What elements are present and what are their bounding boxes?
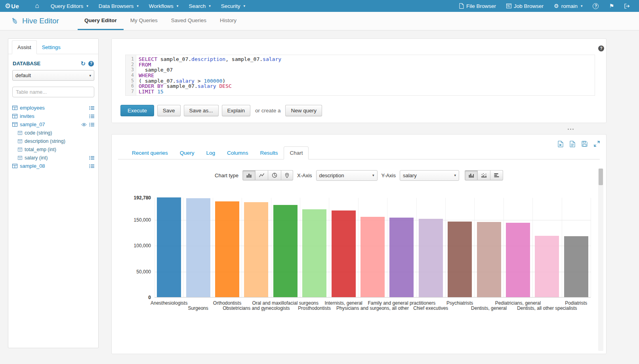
- topnav-menus: Query Editors▾Data Browsers▾Workflows▾Se…: [46, 0, 250, 12]
- help-button[interactable]: ?: [587, 0, 604, 12]
- execute-button[interactable]: Execute: [120, 105, 154, 116]
- refresh-icon[interactable]: ↻: [80, 61, 86, 66]
- bar-internists-general[interactable]: [332, 210, 356, 297]
- tab-saved-queries[interactable]: Saved Queries: [164, 12, 213, 30]
- topnav-menu-workflows[interactable]: Workflows▾: [144, 0, 184, 12]
- bar-prosthodontists[interactable]: [302, 209, 326, 297]
- chevron-down-icon: ▾: [581, 4, 583, 8]
- chart-yaxis: 050,000100,000150,000192,780: [112, 198, 151, 298]
- bar-surgeons[interactable]: [186, 198, 210, 297]
- tab-assist[interactable]: Assist: [12, 40, 37, 54]
- bar-dentists-all-other-specialists[interactable]: [535, 236, 559, 297]
- scrollbar-thumb[interactable]: [599, 169, 603, 185]
- table-menu-icon[interactable]: [89, 164, 94, 168]
- column-item-description-string[interactable]: description (string): [18, 137, 94, 145]
- bar-podiatrists[interactable]: [564, 236, 588, 297]
- bar-dentists-general[interactable]: [477, 222, 501, 297]
- user-menu[interactable]: ⚙ romain ▾: [549, 0, 587, 12]
- results-tab-results[interactable]: Results: [254, 146, 284, 159]
- bar-oral-and-maxillofacial-surgeons[interactable]: [273, 205, 298, 297]
- home-button[interactable]: ⌂: [29, 0, 45, 12]
- code-token: sample_07.: [157, 56, 191, 62]
- database-select[interactable]: default ▾: [12, 70, 94, 81]
- chart-type-line-button[interactable]: [255, 170, 268, 180]
- app-title[interactable]: Hive Editor: [10, 17, 73, 25]
- table-icon: [12, 164, 17, 168]
- pie-chart-icon: [272, 173, 277, 178]
- table-item-sample-08[interactable]: sample_08: [12, 162, 94, 170]
- table-menu-icon[interactable]: [89, 123, 94, 127]
- table-item-invites[interactable]: invites: [12, 112, 94, 120]
- bar-orthodontists[interactable]: [215, 201, 239, 297]
- assist-help-icon[interactable]: ?: [88, 61, 94, 66]
- results-tab-recent-queries[interactable]: Recent queries: [126, 146, 174, 159]
- database-label: DATABASE: [13, 61, 40, 66]
- hue-logo[interactable]: ⚙ Ue: [5, 3, 19, 9]
- bar-chief-executives[interactable]: [419, 219, 443, 297]
- preview-eye-icon[interactable]: [81, 123, 87, 127]
- y-axis-select[interactable]: salary ▾: [400, 170, 459, 181]
- horizontal-bars-button[interactable]: [490, 170, 503, 180]
- topnav-menu-query-editors[interactable]: Query Editors▾: [46, 0, 93, 12]
- column-item-total-emp-int[interactable]: total_emp (int): [18, 145, 94, 154]
- code-token: [154, 89, 157, 95]
- feedback-flag-button[interactable]: ⚑: [604, 0, 619, 12]
- chart-type-label: Chart type: [215, 173, 238, 178]
- table-item-employees[interactable]: employees: [12, 104, 94, 112]
- results-tab-columns[interactable]: Columns: [221, 146, 254, 159]
- bar-obstetricians-and-gynecologists[interactable]: [244, 202, 268, 297]
- x-axis-value: description: [319, 173, 344, 178]
- bar-pediatricians-general[interactable]: [506, 223, 530, 298]
- job-browser-button[interactable]: Job Browser: [501, 0, 549, 12]
- stacked-bars-button[interactable]: [477, 170, 490, 180]
- y-axis-tick: 192,780: [134, 195, 151, 201]
- x-axis-label: Internists, general: [324, 300, 362, 306]
- save-button[interactable]: Save: [157, 105, 181, 116]
- table-menu-icon[interactable]: [89, 106, 94, 110]
- tab-settings[interactable]: Settings: [37, 41, 66, 54]
- bar-family-and-general-practitioners[interactable]: [389, 218, 414, 297]
- tab-history[interactable]: History: [213, 12, 243, 30]
- bar-psychiatrists[interactable]: [448, 222, 472, 297]
- grouped-bars-button[interactable]: [465, 170, 478, 180]
- chart-type-map-button[interactable]: [281, 170, 293, 180]
- tab-my-queries[interactable]: My Queries: [124, 12, 164, 30]
- results-tab-chart[interactable]: Chart: [284, 146, 309, 159]
- menu-label: Security: [221, 3, 240, 9]
- y-axis-tick: 100,000: [134, 243, 151, 248]
- chart-type-bars-button[interactable]: [242, 170, 256, 180]
- grid-line-vertical: [271, 198, 271, 297]
- chevron-down-icon: ▾: [86, 4, 88, 8]
- logout-button[interactable]: [619, 0, 635, 12]
- tab-query-editor[interactable]: Query Editor: [78, 12, 124, 30]
- chart-type-pie-button[interactable]: [268, 170, 281, 180]
- save-as-button[interactable]: Save as...: [184, 105, 219, 116]
- explain-button[interactable]: Explain: [222, 105, 250, 116]
- column-label: total_emp (int): [25, 147, 56, 152]
- bar-anesthesiologists[interactable]: [157, 197, 181, 297]
- chevron-down-icon: ▾: [454, 173, 456, 177]
- table-item-sample-07[interactable]: sample_07: [12, 120, 94, 129]
- topnav-menu-data-browsers[interactable]: Data Browsers▾: [93, 0, 144, 12]
- x-axis-select[interactable]: description ▾: [316, 170, 378, 181]
- results-tab-log[interactable]: Log: [200, 146, 221, 159]
- app-header: Hive Editor Query EditorMy QueriesSaved …: [0, 12, 639, 30]
- new-query-button[interactable]: New query: [285, 105, 322, 116]
- home-icon: ⌂: [35, 2, 39, 10]
- table-menu-icon[interactable]: [89, 114, 94, 118]
- table-search-input[interactable]: [12, 87, 94, 97]
- sql-editor[interactable]: 1234567 SELECT sample_07.description, sa…: [125, 55, 595, 96]
- line-number: 5: [126, 78, 134, 84]
- results-scrollbar[interactable]: [598, 169, 603, 351]
- bar-physicians-and-surgeons-all-other[interactable]: [361, 217, 385, 297]
- results-tab-query[interactable]: Query: [174, 146, 200, 159]
- column-menu-icon[interactable]: [89, 156, 94, 160]
- topnav-menu-search[interactable]: Search▾: [183, 0, 216, 12]
- topnav-menu-security[interactable]: Security▾: [216, 0, 250, 12]
- column-item-salary-int[interactable]: salary (int): [18, 154, 94, 162]
- editor-help-icon[interactable]: ?: [598, 46, 604, 51]
- column-item-code-string[interactable]: code (string): [18, 129, 94, 137]
- file-browser-button[interactable]: File Browser: [454, 0, 501, 12]
- resize-handle[interactable]: [566, 127, 577, 131]
- y-axis-tick: 150,000: [134, 217, 151, 223]
